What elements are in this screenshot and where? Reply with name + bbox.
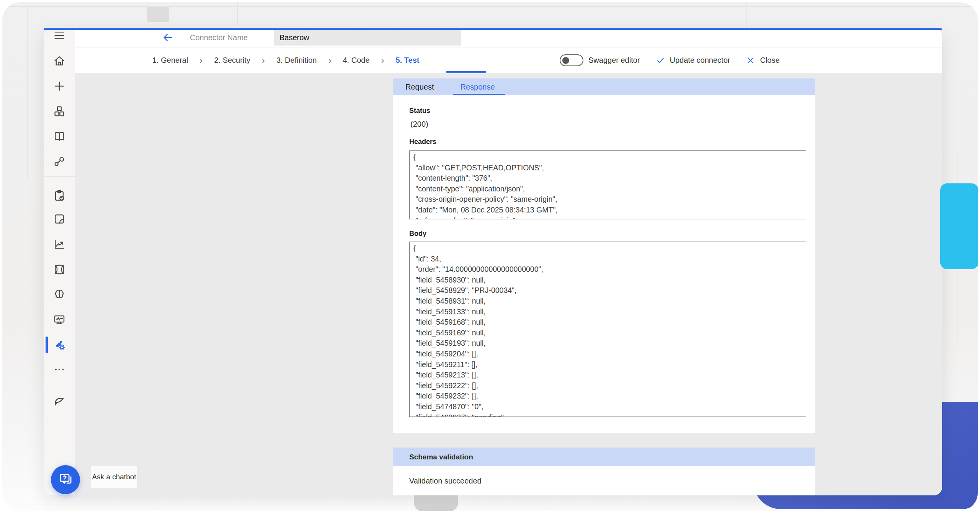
wizard-step-bar: 1. General› 2. Security› 3. Definition› … (75, 47, 942, 74)
connector-name-label: Connector Name (190, 28, 248, 47)
sidebar-item-custom-connectors[interactable] (53, 338, 66, 351)
sidebar-item-analytics[interactable] (53, 238, 66, 251)
chevron-right-icon: › (262, 55, 265, 66)
sidebar-item-solutions[interactable] (53, 212, 66, 225)
brain-icon (53, 288, 66, 301)
sidebar-item-learn[interactable] (53, 130, 66, 143)
sidebar-item-more[interactable] (53, 363, 66, 376)
checkmark-icon (656, 56, 665, 65)
tab-response[interactable]: Response (461, 83, 495, 91)
sidebar-item-process-mining[interactable] (53, 263, 66, 276)
toggle-knob (562, 57, 569, 64)
close-label: Close (760, 56, 779, 65)
power-platform-swoosh-icon (53, 395, 66, 408)
bowtie-icon (53, 263, 66, 276)
document-fold-icon (53, 212, 66, 225)
monitor-pulse-icon (53, 313, 66, 326)
menu-icon (53, 29, 66, 42)
open-book-icon (53, 130, 66, 143)
sidebar-item-menu[interactable] (53, 29, 66, 42)
left-navigation-sidebar (44, 28, 75, 495)
request-response-tabbar: Request Response (393, 78, 815, 95)
chevron-right-icon: › (381, 55, 384, 66)
desktop-background: Connector Name 1. General› 2. Security› … (2, 2, 978, 511)
home-icon (53, 54, 66, 67)
update-connector-label: Update connector (670, 56, 730, 65)
window-title-bar: Connector Name (75, 28, 942, 47)
headers-label: Headers (409, 138, 436, 146)
schema-validation-result: Validation succeeded (393, 466, 815, 495)
ellipsis-icon (53, 363, 66, 376)
toolbar-actions: Swagger editor Update connector Close (560, 47, 780, 73)
sidebar-item-approvals[interactable] (53, 189, 66, 202)
sidebar-item-home[interactable] (53, 54, 66, 67)
chat-question-icon (58, 472, 73, 487)
back-arrow-icon (162, 32, 174, 43)
bg-vertical-line-left (27, 6, 28, 179)
sidebar-item-connections[interactable] (53, 155, 66, 168)
body-textarea[interactable]: { "id": 34, "order": "14.000000000000000… (409, 242, 806, 417)
step-security[interactable]: 2. Security (214, 56, 250, 65)
connector-name-input[interactable] (274, 30, 461, 46)
sidebar-divider (44, 176, 75, 177)
stacked-cubes-icon (53, 105, 66, 118)
swagger-editor-label: Swagger editor (588, 56, 640, 65)
back-button[interactable] (162, 32, 175, 44)
chatbot-button[interactable] (51, 465, 80, 494)
chevron-right-icon: › (199, 55, 203, 66)
sidebar-item-apps[interactable] (53, 105, 66, 118)
bg-cyan-shape (940, 183, 978, 269)
wizard-steps: 1. General› 2. Security› 3. Definition› … (152, 47, 419, 73)
active-item-indicator (46, 337, 48, 353)
clipboard-check-icon (53, 189, 66, 202)
window-top-accent (44, 28, 942, 30)
sidebar-divider (44, 385, 75, 385)
swagger-editor-toggle-group[interactable]: Swagger editor (560, 54, 640, 66)
status-label: Status (409, 107, 430, 115)
update-connector-button[interactable]: Update connector (656, 56, 730, 65)
step-definition[interactable]: 3. Definition (276, 56, 317, 65)
test-result-panel: Request Response Status (200) Headers { … (393, 78, 815, 433)
active-step-underline (446, 71, 486, 73)
close-x-icon (746, 56, 755, 65)
plus-icon (53, 80, 66, 93)
link-nodes-icon (53, 155, 66, 168)
body-label: Body (409, 230, 426, 238)
sidebar-item-create[interactable] (53, 80, 66, 93)
sidebar-item-power-platform[interactable] (53, 395, 66, 408)
connector-wizard-window: Connector Name 1. General› 2. Security› … (44, 28, 942, 495)
step-test[interactable]: 5. Test (396, 56, 420, 65)
chatbot-tooltip: Ask a chatbot (91, 466, 137, 488)
bg-vertical-line-top (237, 2, 238, 26)
plug-gear-icon (53, 338, 66, 351)
step-general[interactable]: 1. General (152, 56, 188, 65)
trend-chart-icon (53, 238, 66, 251)
headers-textarea[interactable]: { "allow": "GET,POST,HEAD,OPTIONS", "con… (409, 150, 806, 219)
swagger-editor-toggle[interactable] (560, 54, 583, 66)
step-code[interactable]: 4. Code (343, 56, 370, 65)
sidebar-item-monitor[interactable] (53, 313, 66, 326)
schema-validation-header: Schema validation (393, 448, 815, 466)
bg-grey-tab-top (147, 7, 169, 22)
sidebar-item-ai-hub[interactable] (53, 288, 66, 301)
status-value: (200) (410, 120, 428, 129)
chevron-right-icon: › (328, 55, 332, 66)
tab-request[interactable]: Request (405, 83, 434, 91)
active-tab-underline (453, 94, 505, 95)
close-button[interactable]: Close (746, 56, 779, 65)
